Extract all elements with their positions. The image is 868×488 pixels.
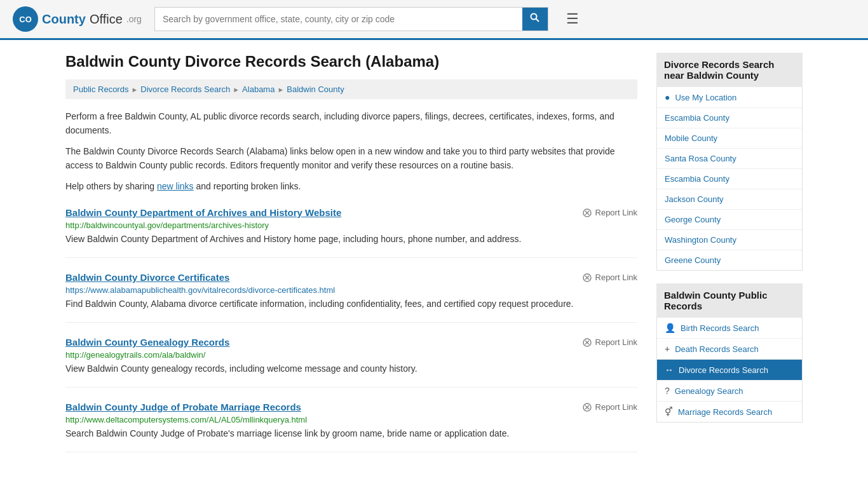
nearby-list-item[interactable]: Mobile County — [657, 128, 802, 149]
sidebar: Divorce Records Search near Baldwin Coun… — [656, 53, 803, 452]
record-url-1[interactable]: https://www.alabamapublichealth.gov/vita… — [65, 285, 637, 295]
desc3-post: and reporting broken links. — [194, 181, 301, 191]
record-title-row: Baldwin County Department of Archives an… — [65, 207, 637, 218]
record-title-2[interactable]: Baldwin County Genealogy Records — [65, 337, 229, 348]
nearby-link-2[interactable]: Mobile County — [665, 133, 717, 143]
page-title: Baldwin County Divorce Records Search (A… — [65, 53, 637, 71]
record-title-0[interactable]: Baldwin County Department of Archives an… — [65, 207, 341, 218]
pr-icon-4: ⚥ — [665, 407, 673, 417]
nearby-link-1[interactable]: Escambia County — [665, 113, 729, 123]
nearby-link-5[interactable]: Jackson County — [665, 194, 724, 204]
record-entry: Baldwin County Divorce Certificates Repo… — [65, 272, 637, 323]
description-1: Perform a free Baldwin County, AL public… — [65, 109, 637, 138]
nearby-link-7[interactable]: Washington County — [665, 235, 736, 245]
report-label-1: Report Link — [595, 273, 637, 282]
report-link-button-0[interactable]: Report Link — [582, 207, 637, 218]
nearby-link-8[interactable]: Greene County — [665, 255, 721, 265]
pr-link-0[interactable]: Birth Records Search — [681, 323, 759, 333]
report-link-button-3[interactable]: Report Link — [582, 402, 637, 412]
breadcrumb-sep-2: ► — [233, 86, 240, 93]
nearby-section-header: Divorce Records Search near Baldwin Coun… — [656, 53, 803, 87]
nearby-link-0[interactable]: Use My Location — [675, 93, 736, 102]
record-url-3[interactable]: http://www.deltacomputersystems.com/AL/A… — [65, 415, 637, 424]
public-records-section-header: Baldwin County Public Records — [656, 283, 803, 318]
record-desc-1: Find Baldwin County, Alabama divorce cer… — [65, 297, 637, 311]
breadcrumb-divorce-records[interactable]: Divorce Records Search — [140, 85, 230, 94]
record-entry: Baldwin County Department of Archives an… — [65, 207, 637, 258]
nearby-list-item[interactable]: Greene County — [657, 250, 802, 270]
pr-link-1[interactable]: Death Records Search — [675, 344, 759, 354]
pr-icon-1: + — [665, 344, 670, 354]
content-area: Baldwin County Divorce Records Search (A… — [65, 53, 637, 452]
logo-icon: CO — [13, 6, 38, 32]
report-link-button-2[interactable]: Report Link — [582, 337, 637, 348]
search-container — [154, 7, 548, 31]
report-label-3: Report Link — [595, 402, 637, 412]
pr-icon-3: ? — [665, 386, 670, 396]
record-url-2[interactable]: http://genealogytrails.com/ala/baldwin/ — [65, 350, 637, 360]
report-icon-0 — [582, 207, 592, 218]
record-desc-0: View Baldwin County Department of Archiv… — [65, 233, 637, 246]
breadcrumb-alabama[interactable]: Alabama — [242, 85, 275, 94]
breadcrumb-baldwin-county[interactable]: Baldwin County — [287, 85, 344, 94]
nearby-list-item[interactable]: Escambia County — [657, 169, 802, 189]
nearby-list-item[interactable]: Jackson County — [657, 189, 802, 210]
nearby-link-6[interactable]: George County — [665, 215, 721, 224]
search-input[interactable] — [155, 9, 522, 29]
record-entry: Baldwin County Genealogy Records Report … — [65, 337, 637, 388]
public-records-list-item[interactable]: ⚥Marriage Records Search — [657, 402, 802, 422]
public-records-list-item[interactable]: 👤Birth Records Search — [657, 318, 802, 339]
report-label-0: Report Link — [595, 208, 637, 217]
nearby-list: ●Use My LocationEscambia CountyMobile Co… — [656, 87, 803, 271]
nearby-list-item[interactable]: ●Use My Location — [657, 87, 802, 108]
nearby-list-item[interactable]: Escambia County — [657, 108, 802, 128]
public-records-list: 👤Birth Records Search+Death Records Sear… — [656, 318, 803, 423]
pr-link-3[interactable]: Genealogy Search — [675, 386, 743, 396]
logo-text: County — [42, 12, 86, 27]
logo[interactable]: CO CountyOffice.org — [13, 6, 142, 32]
report-icon-2 — [582, 337, 592, 348]
description-3: Help others by sharing new links and rep… — [65, 179, 637, 193]
record-title-row: Baldwin County Genealogy Records Report … — [65, 337, 637, 348]
svg-line-3 — [536, 19, 539, 22]
logo-domain: .org — [126, 14, 142, 24]
report-icon-3 — [582, 402, 592, 412]
description-2: The Baldwin County Divorce Records Searc… — [65, 144, 637, 173]
breadcrumb: Public Records ► Divorce Records Search … — [65, 79, 637, 99]
pr-link-4[interactable]: Marriage Records Search — [678, 407, 772, 417]
location-icon: ● — [665, 92, 670, 102]
record-title-row: Baldwin County Divorce Certificates Repo… — [65, 272, 637, 283]
nearby-list-item[interactable]: Washington County — [657, 230, 802, 250]
report-link-button-1[interactable]: Report Link — [582, 272, 637, 283]
record-url-0[interactable]: http://baldwincountyal.gov/departments/a… — [65, 220, 637, 230]
svg-text:CO: CO — [19, 15, 32, 24]
public-records-section: Baldwin County Public Records 👤Birth Rec… — [656, 283, 803, 423]
logo-office-text: Office — [90, 12, 123, 27]
new-links-link[interactable]: new links — [157, 181, 194, 191]
nearby-link-4[interactable]: Escambia County — [665, 174, 729, 184]
svg-point-2 — [531, 14, 536, 20]
record-title-row: Baldwin County Judge of Probate Marriage… — [65, 402, 637, 412]
nearby-link-3[interactable]: Santa Rosa County — [665, 154, 736, 163]
breadcrumb-sep-1: ► — [131, 86, 138, 93]
report-icon-1 — [582, 272, 592, 283]
public-records-list-item[interactable]: +Death Records Search — [657, 339, 802, 360]
public-records-list-item[interactable]: ?Genealogy Search — [657, 381, 802, 402]
pr-icon-2: ↔ — [665, 365, 674, 375]
nearby-list-item[interactable]: George County — [657, 210, 802, 230]
main-container: Baldwin County Divorce Records Search (A… — [53, 40, 815, 465]
record-desc-2: View Baldwin County genealogy records, i… — [65, 362, 637, 376]
record-title-3[interactable]: Baldwin County Judge of Probate Marriage… — [65, 402, 301, 412]
public-records-section-title: Baldwin County Public Records — [664, 290, 768, 311]
report-label-2: Report Link — [595, 337, 637, 347]
search-button[interactable] — [522, 8, 548, 30]
menu-button[interactable]: ☰ — [561, 8, 584, 30]
public-records-list-item[interactable]: ↔Divorce Records Search — [657, 360, 802, 381]
nearby-list-item[interactable]: Santa Rosa County — [657, 149, 802, 169]
header: CO CountyOffice.org ☰ — [0, 0, 868, 40]
breadcrumb-public-records[interactable]: Public Records — [73, 85, 128, 94]
record-desc-3: Search Baldwin County Judge of Probate's… — [65, 427, 637, 440]
pr-icon-0: 👤 — [665, 323, 675, 333]
pr-link-2[interactable]: Divorce Records Search — [679, 365, 768, 375]
record-title-1[interactable]: Baldwin County Divorce Certificates — [65, 272, 229, 283]
